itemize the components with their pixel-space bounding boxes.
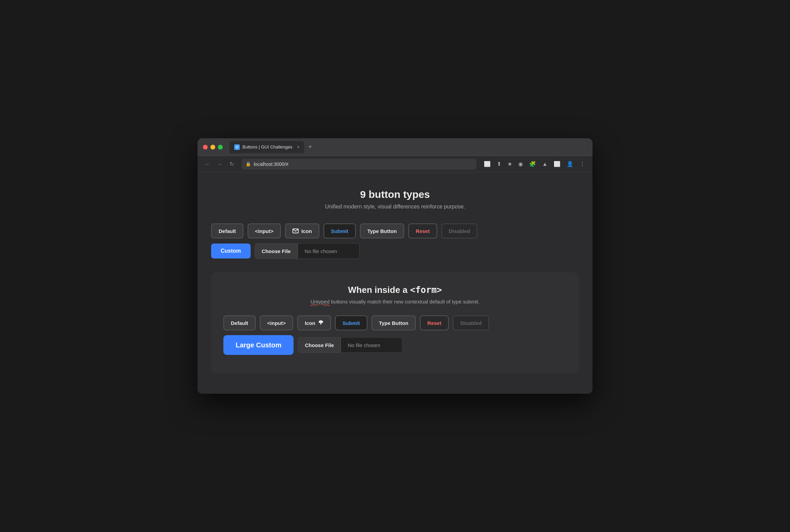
file-no-chosen-label: No file chosen xyxy=(298,244,359,259)
type-button-button[interactable]: Type Button xyxy=(360,223,404,238)
color-wheel-icon[interactable]: ◉ xyxy=(516,159,525,169)
back-button[interactable]: ← xyxy=(203,160,212,168)
form-default-button[interactable]: Default xyxy=(223,315,256,330)
form-reset-button[interactable]: Reset xyxy=(420,315,449,330)
form-section-title: When inside a <form> xyxy=(223,285,567,295)
custom-button[interactable]: Custom xyxy=(211,244,251,259)
maximize-button[interactable] xyxy=(218,145,223,150)
page-header: 9 button types Unified modern style, vis… xyxy=(211,189,579,210)
top-button-row: Default <input> Icon Submit Type Button xyxy=(211,223,579,238)
form-file-input-wrapper[interactable]: Choose File No file chosen xyxy=(298,337,402,353)
icon-button[interactable]: Icon xyxy=(285,223,319,238)
browser-titlebar: B Buttons | GUI Challenges × + xyxy=(198,138,592,156)
tab-close-button[interactable]: × xyxy=(297,145,299,150)
profile-icon[interactable]: 👤 xyxy=(565,159,575,169)
large-custom-button[interactable]: Large Custom xyxy=(223,335,294,355)
browser-navbar: ← → ↻ 🔒 localhost:3000/# ⬜ ⬆ ★ ◉ 🧩 ▲ ⬜ 👤… xyxy=(198,156,592,172)
lock-icon: 🔒 xyxy=(246,161,251,167)
form-section-header: When inside a <form> Untyped buttons vis… xyxy=(223,285,567,304)
page-subtitle: Unified modern style, visual differences… xyxy=(211,204,579,210)
form-section-subtitle: Untyped buttons visually match their new… xyxy=(223,299,567,304)
form-submit-button[interactable]: Submit xyxy=(335,315,367,330)
form-button-row: Default <input> Icon 🌩 Submit Type Butto… xyxy=(223,315,567,330)
file-input-wrapper[interactable]: Choose File No file chosen xyxy=(255,243,360,259)
envelope-icon xyxy=(293,229,299,233)
browser-window: B Buttons | GUI Challenges × + ← → ↻ 🔒 l… xyxy=(198,138,592,394)
address-bar[interactable]: 🔒 localhost:3000/# xyxy=(241,159,476,170)
tab-favicon: B xyxy=(234,144,240,150)
sidebar-icon[interactable]: ⬜ xyxy=(552,159,563,169)
tab-bar: B Buttons | GUI Challenges × + xyxy=(230,141,587,153)
browser-actions: ⬜ ⬆ ★ ◉ 🧩 ▲ ⬜ 👤 ⋮ xyxy=(482,159,587,169)
form-input-button[interactable]: <input> xyxy=(260,315,293,330)
bookmark-icon[interactable]: ★ xyxy=(505,159,514,169)
share-icon[interactable]: ⬆ xyxy=(495,159,503,169)
tab-title: Buttons | GUI Challenges xyxy=(242,144,292,150)
extensions-icon[interactable]: 🧩 xyxy=(527,159,538,169)
form-section: When inside a <form> Untyped buttons vis… xyxy=(211,272,579,373)
menu-icon[interactable]: ⋮ xyxy=(578,159,587,169)
submit-button[interactable]: Submit xyxy=(323,223,356,238)
close-button[interactable] xyxy=(203,145,208,150)
external-link-icon[interactable]: ⬜ xyxy=(482,159,493,169)
active-tab[interactable]: B Buttons | GUI Challenges × xyxy=(230,141,304,153)
page-content: 9 button types Unified modern style, vis… xyxy=(198,172,592,394)
default-button[interactable]: Default xyxy=(211,223,243,238)
untyped-underline: Untyped xyxy=(311,299,330,304)
form-custom-file-row: Large Custom Choose File No file chosen xyxy=(223,335,567,355)
alert-icon[interactable]: ▲ xyxy=(540,160,550,169)
form-code-tag: <form> xyxy=(410,285,442,295)
form-icon-button[interactable]: Icon 🌩 xyxy=(297,315,331,330)
traffic-lights xyxy=(203,145,223,150)
top-button-section: Default <input> Icon Submit Type Button xyxy=(211,223,579,259)
refresh-button[interactable]: ↻ xyxy=(227,160,236,168)
disabled-button: Disabled xyxy=(441,223,478,238)
custom-file-row: Custom Choose File No file chosen xyxy=(211,243,579,259)
minimize-button[interactable] xyxy=(210,145,215,150)
cloud-icon: 🌩 xyxy=(318,320,323,326)
forward-button[interactable]: → xyxy=(215,160,225,168)
form-disabled-button: Disabled xyxy=(453,315,489,330)
form-file-no-chosen-label: No file chosen xyxy=(341,338,402,353)
new-tab-button[interactable]: + xyxy=(305,142,315,152)
url-text: localhost:3000/# xyxy=(254,161,288,167)
input-button[interactable]: <input> xyxy=(248,223,281,238)
page-title: 9 button types xyxy=(211,189,579,200)
choose-file-button[interactable]: Choose File xyxy=(255,244,298,259)
form-choose-file-button[interactable]: Choose File xyxy=(298,338,341,353)
reset-button[interactable]: Reset xyxy=(408,223,437,238)
form-type-button-button[interactable]: Type Button xyxy=(372,315,416,330)
